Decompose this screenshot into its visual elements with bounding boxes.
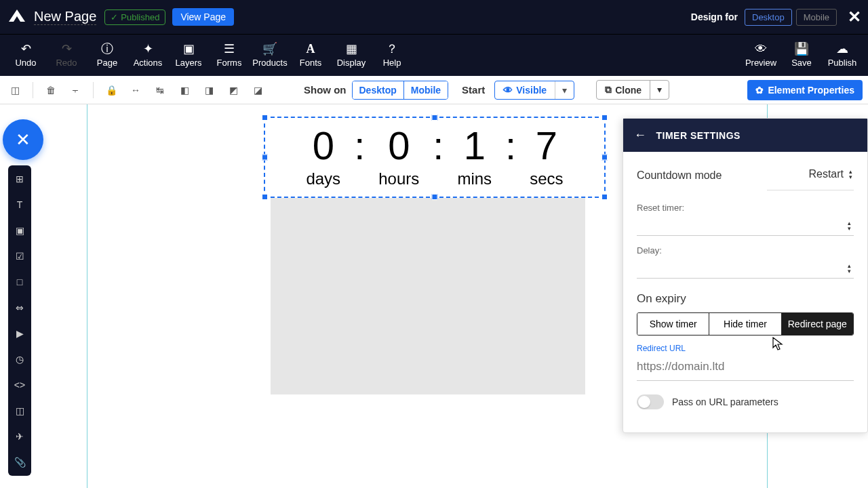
save-icon: 💾 bbox=[794, 43, 809, 55]
info-icon: ⓘ bbox=[101, 43, 113, 55]
eye-icon: 👁 bbox=[503, 85, 513, 96]
resize-handle[interactable] bbox=[262, 155, 268, 161]
pass-url-params-toggle[interactable] bbox=[637, 394, 664, 409]
clone-group: ⧉Clone ▾ bbox=[596, 80, 669, 100]
clone-button[interactable]: ⧉Clone bbox=[597, 81, 650, 99]
delay-select[interactable] bbox=[637, 258, 854, 279]
timer-secs-label: secs bbox=[530, 169, 563, 188]
timer-element-selected[interactable]: 0days : 0hours : 1mins : 7secs bbox=[264, 117, 606, 198]
cart-icon: 🛒 bbox=[262, 43, 277, 55]
gear-icon: ✿ bbox=[755, 85, 764, 96]
resize-handle[interactable] bbox=[432, 194, 438, 200]
countdown-mode-label: Countdown mode bbox=[637, 169, 722, 182]
timer-days-value: 0 bbox=[313, 126, 334, 165]
tool-embed-icon[interactable]: ⇔ bbox=[12, 300, 28, 316]
tool-panel-icon[interactable]: ◫ bbox=[12, 403, 28, 419]
display-button[interactable]: ▦Display bbox=[331, 35, 372, 77]
redirect-url-label: Redirect URL bbox=[637, 344, 854, 353]
spacing-icon[interactable]: ⫟ bbox=[66, 81, 85, 100]
publish-button[interactable]: ☁Publish bbox=[822, 35, 863, 77]
ungroup-icon[interactable]: ◪ bbox=[248, 81, 267, 100]
forms-button[interactable]: ☰Forms bbox=[209, 35, 250, 77]
show-timer-button[interactable]: Show timer bbox=[637, 313, 709, 335]
list-icon: ☰ bbox=[224, 43, 235, 55]
layers-icon: ▣ bbox=[183, 43, 195, 55]
timer-settings-panel: ← TIMER SETTINGS Countdown mode Restart … bbox=[623, 118, 868, 433]
design-for-label: Design for bbox=[691, 12, 738, 22]
stretch-horizontal-icon[interactable]: ↔ bbox=[126, 81, 145, 100]
group-icon[interactable]: ◩ bbox=[224, 81, 243, 100]
element-properties-button[interactable]: ✿Element Properties bbox=[747, 80, 863, 100]
clone-icon: ⧉ bbox=[605, 84, 612, 96]
panel-header: ← TIMER SETTINGS bbox=[623, 119, 867, 152]
tool-image-icon[interactable]: ▣ bbox=[12, 222, 28, 239]
undo-icon: ↶ bbox=[21, 43, 31, 55]
tool-video-icon[interactable]: ▶ bbox=[12, 325, 28, 342]
layers-button[interactable]: ▣Layers bbox=[168, 35, 209, 77]
close-fab-button[interactable]: ✕ bbox=[3, 119, 43, 160]
help-icon: ？ bbox=[386, 43, 398, 55]
redirect-page-button[interactable]: Redirect page bbox=[781, 313, 853, 335]
tool-code-icon[interactable]: <> bbox=[12, 377, 28, 393]
page-button[interactable]: ⓘPage bbox=[87, 35, 127, 77]
resize-handle[interactable] bbox=[601, 115, 608, 121]
resize-handle[interactable] bbox=[432, 115, 438, 121]
tool-timer-icon[interactable]: ◷ bbox=[12, 351, 28, 367]
bring-front-icon[interactable]: ◧ bbox=[175, 81, 194, 100]
check-icon: ✓ bbox=[111, 12, 118, 22]
published-badge: ✓ Published bbox=[104, 9, 165, 25]
visible-button[interactable]: 👁Visible bbox=[495, 81, 555, 99]
element-toolbar: ◫ 🗑 ⫟ 🔒 ↔ ↹ ◧ ◨ ◩ ◪ Show on Desktop Mobi… bbox=[0, 76, 868, 104]
select-none-icon[interactable]: ◫ bbox=[5, 81, 24, 100]
close-icon[interactable]: ✕ bbox=[848, 7, 861, 26]
delete-icon[interactable]: 🗑 bbox=[41, 81, 60, 100]
resize-handle[interactable] bbox=[262, 115, 268, 121]
chevron-updown-icon bbox=[849, 169, 852, 180]
tool-checklist-icon[interactable]: ☑ bbox=[12, 248, 28, 264]
visible-caret-button[interactable]: ▾ bbox=[555, 81, 574, 99]
back-arrow-icon[interactable]: ← bbox=[634, 128, 647, 142]
tool-box-icon[interactable]: □ bbox=[12, 274, 28, 290]
upload-icon: ☁ bbox=[836, 43, 848, 55]
resize-handle[interactable] bbox=[601, 155, 608, 161]
countdown-mode-select[interactable]: Restart bbox=[807, 165, 854, 186]
font-icon: A bbox=[307, 43, 315, 55]
help-button[interactable]: ？Help bbox=[372, 35, 412, 77]
preview-button[interactable]: 👁Preview bbox=[741, 35, 781, 77]
send-back-icon[interactable]: ◨ bbox=[199, 81, 218, 100]
undo-button[interactable]: ↶Undo bbox=[5, 35, 46, 77]
lock-icon[interactable]: 🔒 bbox=[102, 81, 121, 100]
fonts-button[interactable]: AFonts bbox=[290, 35, 331, 77]
ribbon: ↶Undo ↷Redo ⓘPage ✦Actions ▣Layers ☰Form… bbox=[0, 34, 868, 76]
tool-text-icon[interactable]: T bbox=[12, 197, 28, 213]
hide-timer-button[interactable]: Hide timer bbox=[709, 313, 781, 335]
show-on-mobile-button[interactable]: Mobile bbox=[403, 81, 448, 99]
resize-handle[interactable] bbox=[601, 194, 608, 200]
redo-icon: ↷ bbox=[62, 43, 72, 55]
clone-caret-button[interactable]: ▾ bbox=[650, 81, 669, 99]
align-center-icon[interactable]: ↹ bbox=[151, 81, 170, 100]
view-page-button[interactable]: View Page bbox=[172, 8, 234, 26]
tool-share-icon[interactable]: ✈ bbox=[12, 428, 28, 445]
actions-button[interactable]: ✦Actions bbox=[127, 35, 168, 77]
save-button[interactable]: 💾Save bbox=[781, 35, 822, 77]
show-on-desktop-button[interactable]: Desktop bbox=[353, 81, 403, 99]
show-on-label: Show on bbox=[304, 84, 347, 96]
timer-secs-value: 7 bbox=[536, 126, 557, 165]
tool-puzzle-icon[interactable]: ⊞ bbox=[12, 171, 28, 187]
resize-handle[interactable] bbox=[262, 194, 268, 200]
chevron-updown-icon bbox=[848, 263, 851, 274]
redirect-url-input[interactable] bbox=[637, 356, 854, 381]
placeholder-block[interactable] bbox=[271, 198, 585, 394]
tool-attach-icon[interactable]: 📎 bbox=[12, 454, 28, 470]
side-dock: ⊞ T ▣ ☑ □ ⇔ ▶ ◷ <> ◫ ✈ 📎 bbox=[8, 165, 31, 476]
timer-hours-label: hours bbox=[378, 169, 419, 188]
page-title[interactable]: New Page bbox=[34, 9, 96, 25]
panel-title: TIMER SETTINGS bbox=[656, 130, 741, 141]
reset-timer-select[interactable] bbox=[637, 216, 854, 236]
timer-mins-value: 1 bbox=[464, 126, 486, 165]
design-desktop-button[interactable]: Desktop bbox=[745, 9, 792, 26]
redo-button[interactable]: ↷Redo bbox=[46, 35, 87, 77]
design-mobile-button[interactable]: Mobile bbox=[796, 9, 837, 26]
products-button[interactable]: 🛒Products bbox=[250, 35, 290, 77]
